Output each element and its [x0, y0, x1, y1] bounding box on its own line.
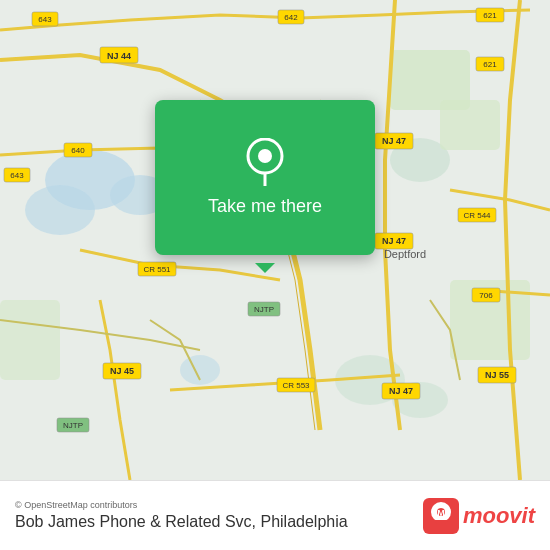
svg-text:643: 643: [10, 171, 24, 180]
bottom-bar: © OpenStreetMap contributors Bob James P…: [0, 480, 550, 550]
moovit-logo: M moovit: [423, 498, 535, 534]
svg-point-52: [258, 149, 272, 163]
moovit-icon: M: [423, 498, 459, 534]
svg-text:NJTP: NJTP: [63, 421, 83, 430]
svg-text:CR 544: CR 544: [463, 211, 491, 220]
svg-text:643: 643: [38, 15, 52, 24]
svg-text:CR 551: CR 551: [143, 265, 171, 274]
svg-text:NJ 47: NJ 47: [389, 386, 413, 396]
svg-text:642: 642: [284, 13, 298, 22]
svg-rect-11: [440, 100, 500, 150]
svg-text:640: 640: [71, 146, 85, 155]
svg-rect-12: [0, 300, 60, 380]
map-container: NJ 44 643 642 621 621 640 643 NJ 47 NJ 4…: [0, 0, 550, 480]
bottom-left-info: © OpenStreetMap contributors Bob James P…: [15, 500, 348, 531]
map-attribution: © OpenStreetMap contributors: [15, 500, 348, 510]
svg-text:621: 621: [483, 11, 497, 20]
svg-text:CR 553: CR 553: [282, 381, 310, 390]
location-name: Bob James Phone & Related Svc, Philadelp…: [15, 513, 348, 531]
location-pin-icon: [241, 138, 289, 186]
svg-text:NJ 55: NJ 55: [485, 370, 509, 380]
svg-text:706: 706: [479, 291, 493, 300]
svg-text:621: 621: [483, 60, 497, 69]
svg-text:NJTP: NJTP: [254, 305, 274, 314]
svg-text:NJ 45: NJ 45: [110, 366, 134, 376]
svg-text:M: M: [437, 508, 445, 518]
svg-text:NJ 47: NJ 47: [382, 236, 406, 246]
take-me-there-button[interactable]: Take me there: [208, 196, 322, 217]
svg-text:Deptford: Deptford: [384, 248, 426, 260]
svg-text:NJ 47: NJ 47: [382, 136, 406, 146]
svg-point-3: [25, 185, 95, 235]
svg-point-9: [180, 355, 220, 385]
svg-text:NJ 44: NJ 44: [107, 51, 131, 61]
moovit-text: moovit: [463, 503, 535, 529]
location-popup[interactable]: Take me there: [155, 100, 375, 255]
